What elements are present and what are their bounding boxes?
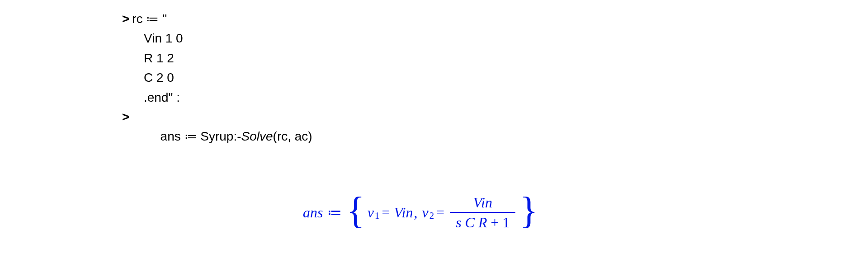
assign-ans: ans ≔ Syrup:-Solve(rc, ac) <box>132 107 312 166</box>
fraction: Vin sCR+1 <box>450 194 515 231</box>
prompt-caret: > <box>122 9 129 28</box>
prompt-caret: > <box>122 107 129 127</box>
var-C: C <box>465 214 475 230</box>
var-vin: Vin <box>394 204 413 221</box>
assign-symbol: ≔ <box>327 204 342 221</box>
var-v: v <box>368 204 374 221</box>
netlist-line-vin: Vin 1 0 <box>144 28 312 48</box>
input-line-1: > rc ≔ " <box>122 9 312 28</box>
input-line-solve: > ans ≔ Syrup:-Solve(rc, ac) <box>122 107 312 166</box>
equation-v1: v 1 = Vin <box>368 204 413 221</box>
set-expression: { v 1 = Vin , v 2 = Vin <box>346 185 538 240</box>
subscript-1: 1 <box>375 210 379 221</box>
equals-sign: = <box>436 204 444 221</box>
plus-sign: + <box>491 214 499 230</box>
ans-assign-prefix: ans ≔ <box>160 129 201 143</box>
assign-rc-string-open: rc ≔ " <box>132 9 167 28</box>
netlist-line-c: C 2 0 <box>144 68 312 87</box>
netlist-line-r: R 1 2 <box>144 48 312 68</box>
maple-output: ans ≔ { v 1 = Vin , v 2 = <box>303 185 538 240</box>
fraction-bar-icon <box>450 212 515 213</box>
output-lhs-ans: ans <box>303 204 323 221</box>
equals-sign: = <box>382 204 390 221</box>
maple-input-block: > rc ≔ " Vin 1 0 R 1 2 C 2 0 .end" : > a… <box>122 9 312 166</box>
solve-args: (rc, ac) <box>273 129 312 143</box>
set-body: v 1 = Vin , v 2 = Vin sCR+1 <box>368 194 517 231</box>
comma-separator: , <box>414 204 418 221</box>
var-R: R <box>478 214 487 230</box>
netlist-line-end: .end" : <box>144 88 312 107</box>
syrup-package: Syrup:- <box>200 129 241 143</box>
right-brace-icon: } <box>520 199 538 222</box>
const-one: 1 <box>503 214 510 230</box>
equation-v2: v 2 = Vin sCR+1 <box>422 194 517 231</box>
solve-call: Solve <box>241 129 273 143</box>
fraction-denominator: sCR+1 <box>450 214 515 231</box>
fraction-numerator: Vin <box>468 194 498 211</box>
subscript-2: 2 <box>429 210 434 221</box>
var-s: s <box>456 214 461 230</box>
document-page: > rc ≔ " Vin 1 0 R 1 2 C 2 0 .end" : > a… <box>0 0 868 268</box>
var-v: v <box>422 204 429 221</box>
left-brace-icon: { <box>346 199 364 222</box>
